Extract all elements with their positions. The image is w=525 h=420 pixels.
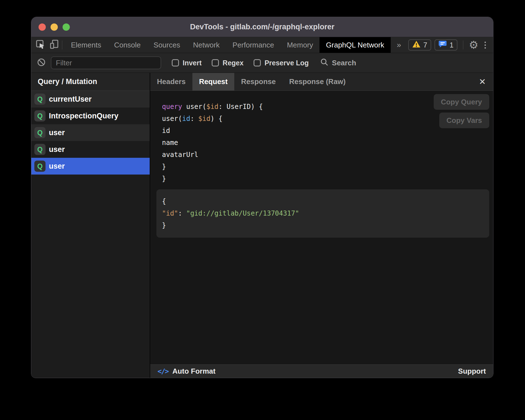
toolbar-icons: [31, 37, 60, 53]
tab-sources[interactable]: Sources: [147, 37, 187, 53]
minimize-window-button[interactable]: [51, 23, 58, 31]
more-tabs-button[interactable]: »: [391, 37, 407, 53]
toolbar-separator: [62, 40, 62, 49]
close-window-button[interactable]: [39, 23, 46, 31]
filter-bar: InvertRegexPreserve Log Search: [31, 53, 493, 73]
traffic-lights: [31, 23, 70, 31]
panel-tab-response[interactable]: Response: [234, 73, 282, 90]
message-bubble-icon: [438, 40, 447, 50]
warning-icon: [412, 40, 421, 50]
issues-warning-badge[interactable]: 7: [408, 39, 431, 51]
search-toggle[interactable]: Search: [320, 58, 356, 68]
devtools-window: DevTools - gitlab.com/-/graphql-explorer…: [31, 17, 493, 378]
code-line: }: [162, 161, 493, 173]
query-type-badge: Q: [34, 110, 46, 121]
query-list-item[interactable]: QcurrentUser: [31, 91, 150, 108]
code-line: "id": "gid://gitlab/User/13704317": [162, 207, 484, 219]
window-title: DevTools - gitlab.com/-/graphql-explorer: [31, 23, 493, 31]
code-line: name: [162, 137, 493, 149]
filter-checkboxes: InvertRegexPreserve Log: [172, 59, 309, 67]
auto-format-button[interactable]: </> Auto Format: [157, 367, 216, 376]
query-type-badge: Q: [34, 144, 46, 155]
detail-tab-bar: HeadersRequestResponseResponse (Raw) ✕: [150, 73, 493, 91]
query-list-item[interactable]: QIntrospectionQuery: [31, 108, 150, 124]
checkbox-box: [172, 59, 179, 66]
search-label: Search: [332, 59, 356, 67]
tab-memory[interactable]: Memory: [280, 37, 319, 53]
panel-tab-response-raw[interactable]: Response (Raw): [282, 73, 352, 90]
checkbox-label: Preserve Log: [264, 59, 309, 67]
devtools-tab-bar: ElementsConsoleSourcesNetworkPerformance…: [31, 37, 493, 53]
settings-gear-icon[interactable]: ⚙: [469, 40, 478, 50]
actions-separator: [463, 40, 463, 49]
devtools-tabs: ElementsConsoleSourcesNetworkPerformance…: [65, 37, 391, 53]
query-list-item[interactable]: Quser: [31, 158, 150, 175]
code-line: {: [162, 195, 484, 207]
query-label: IntrospectionQuery: [49, 112, 118, 120]
query-list: QcurrentUserQIntrospectionQueryQuserQuse…: [31, 91, 150, 378]
copy-buttons: Copy Query Copy Vars: [434, 94, 489, 128]
more-options-icon[interactable]: [482, 42, 489, 49]
copy-query-button[interactable]: Copy Query: [434, 94, 489, 110]
query-variables-code: { "id": "gid://gitlab/User/13704317"}: [162, 195, 484, 232]
checkbox-box: [212, 59, 219, 66]
request-detail-panel: HeadersRequestResponseResponse (Raw) ✕ q…: [150, 73, 493, 378]
block-filter-icon[interactable]: [37, 58, 46, 68]
close-icon[interactable]: ✕: [472, 73, 493, 90]
query-type-badge: Q: [34, 161, 46, 172]
inspect-element-icon[interactable]: [36, 40, 45, 50]
checkbox-preserve-log[interactable]: Preserve Log: [254, 59, 309, 67]
warning-count: 7: [423, 41, 427, 49]
code-format-icon: </>: [157, 367, 168, 375]
auto-format-label: Auto Format: [172, 367, 216, 376]
panel-footer: </> Auto Format Support: [150, 364, 493, 378]
query-label: user: [49, 162, 65, 171]
query-list-header: Query / Mutation: [31, 73, 150, 91]
tab-graphql-network[interactable]: GraphQL Network: [319, 37, 391, 53]
code-line: avatarUrl: [162, 149, 493, 161]
device-toolbar-icon[interactable]: [50, 40, 59, 50]
request-tab-content: query user($id: UserID) { user(id: $id) …: [150, 91, 493, 364]
checkbox-box: [254, 59, 261, 66]
zoom-window-button[interactable]: [63, 23, 70, 31]
query-type-badge: Q: [34, 127, 46, 138]
tab-network[interactable]: Network: [187, 37, 226, 53]
query-label: currentUser: [49, 95, 92, 104]
query-variables-box: { "id": "gid://gitlab/User/13704317"}: [156, 189, 489, 238]
main-area: Query / Mutation QcurrentUserQIntrospect…: [31, 73, 493, 378]
support-link[interactable]: Support: [458, 367, 486, 376]
detail-tabs: HeadersRequestResponseResponse (Raw): [150, 73, 352, 90]
message-count: 1: [450, 41, 454, 49]
query-label: user: [49, 128, 65, 137]
panel-tab-headers[interactable]: Headers: [150, 73, 192, 90]
title-bar: DevTools - gitlab.com/-/graphql-explorer: [31, 17, 493, 37]
tab-console[interactable]: Console: [108, 37, 147, 53]
tab-bar-actions: 7 1 ⚙: [408, 37, 493, 53]
query-type-badge: Q: [34, 94, 46, 105]
checkbox-label: Invert: [183, 59, 202, 67]
checkbox-regex[interactable]: Regex: [212, 59, 244, 67]
query-list-panel: Query / Mutation QcurrentUserQIntrospect…: [31, 73, 150, 378]
tab-elements[interactable]: Elements: [65, 37, 108, 53]
code-line: }: [162, 219, 484, 232]
tab-performance[interactable]: Performance: [226, 37, 281, 53]
console-messages-badge[interactable]: 1: [435, 39, 457, 51]
query-label: user: [49, 145, 65, 154]
query-list-item[interactable]: Quser: [31, 124, 150, 141]
query-list-item[interactable]: Quser: [31, 141, 150, 158]
code-line: }: [162, 173, 493, 185]
copy-vars-button[interactable]: Copy Vars: [439, 113, 489, 128]
panel-tab-request[interactable]: Request: [192, 73, 235, 90]
search-icon: [320, 58, 328, 68]
filter-input[interactable]: [51, 56, 161, 69]
checkbox-invert[interactable]: Invert: [172, 59, 202, 67]
checkbox-label: Regex: [223, 59, 244, 67]
